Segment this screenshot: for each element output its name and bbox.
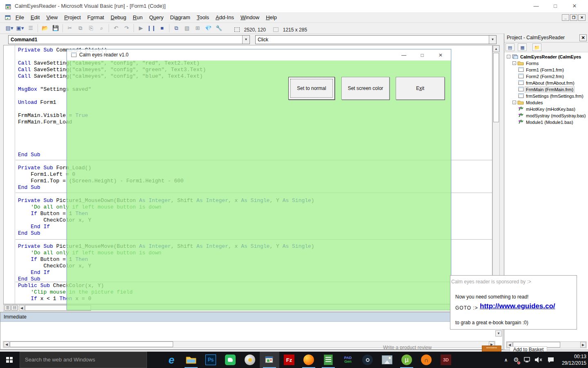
tree-item-form1[interactable]: Form1 (Form1.frm) [504,67,588,74]
menu-format[interactable]: Format [84,13,107,22]
set-to-normal-button[interactable]: Set to normal [288,77,335,100]
scrollbar-thumb[interactable] [493,53,499,122]
project-explorer-icon[interactable]: ⧉ [172,24,181,33]
tree-item-frmmain[interactable]: FrmMain (FrmMain.frm) [504,87,588,93]
menu-run[interactable]: Run [129,13,146,22]
tree-item-forms[interactable]: -Forms [504,61,588,67]
immediate-title[interactable]: Immediate [0,312,503,322]
maximize-button[interactable]: □ [546,0,565,12]
properties-window-icon[interactable]: ▧ [182,24,192,33]
taskbar-threed-icon[interactable]: 3D [436,352,456,368]
form-close-button[interactable]: ✕ [434,51,447,59]
mdi-minimize-button[interactable]: _ [562,14,569,21]
minimize-button[interactable]: — [527,0,546,12]
scroll-left-icon[interactable]: ◀ [19,305,24,311]
object-combobox[interactable]: Command1 ▼ [8,35,250,44]
project-explorer-title[interactable]: Project - CalmEyesReader [504,34,588,43]
taskbar-steam-icon[interactable] [358,352,377,368]
close-button[interactable]: ✕ [565,0,584,12]
toggle-folders-icon[interactable]: 📁 [532,43,541,51]
scroll-up-icon[interactable]: ▲ [493,45,499,52]
tray-volume-muted-icon[interactable] [533,352,544,368]
code-vertical-scrollbar[interactable]: ▲ ▼ [492,45,500,304]
menu-project[interactable]: Project [61,13,84,22]
toolbox-icon[interactable]: 🔧 [214,24,224,33]
tree-item-modules[interactable]: -Modules [504,100,588,106]
scroll-down-icon[interactable]: ▼ [495,330,502,337]
set-screen-color-button[interactable]: Set screen color [341,77,390,100]
tree-item-form2[interactable]: Form2 (Form2.frm) [504,74,588,80]
menu-editor-icon[interactable]: ☰ [26,24,36,33]
chevron-down-icon[interactable]: ▼ [489,36,496,44]
taskbar-imgburn-icon[interactable] [240,352,260,368]
mdi-close-button[interactable]: ✕ [578,14,586,21]
eguides-link[interactable]: http://www.eguides.co/ [480,302,555,310]
close-icon[interactable]: ✕ [579,34,587,41]
taskbar-edge-icon[interactable]: e [162,352,181,368]
taskbar-padgen-icon[interactable]: PADGen [338,352,358,368]
open-project-icon[interactable]: 📂 [40,24,50,33]
object-browser-icon[interactable]: 💎 [203,24,213,33]
search-input[interactable]: Search the web and Windows [20,352,147,368]
menu-edit[interactable]: Edit [27,13,43,22]
taskbar-clock[interactable]: 00:13 29/12/2015 [554,353,586,366]
cut-icon[interactable]: ✂ [65,24,75,33]
add-form-icon[interactable]: ▣▾ [15,24,25,33]
menu-view[interactable]: View [43,13,61,22]
redo-icon[interactable]: ↷ [122,24,131,33]
form-maximize-button[interactable]: □ [416,51,428,59]
save-project-icon[interactable]: 💾 [51,24,60,33]
tree-item-mhotkey[interactable]: mHotKey (mHotKey.bas) [504,106,588,113]
procedure-combobox[interactable]: Click ▼ [255,35,497,44]
form-layout-icon[interactable]: ⊞ [193,24,203,33]
taskbar-notepad-icon[interactable] [318,352,338,368]
collapse-icon[interactable]: - [512,61,516,65]
tree-item-calmeyesreader[interactable]: -CalmEyesReader (CalmEyes [504,54,588,61]
full-view-icon[interactable]: ☰ [4,305,11,311]
menu-query[interactable]: Query [146,13,167,22]
view-code-icon[interactable]: ▤ [506,43,514,51]
menu-window[interactable]: Window [237,13,263,22]
view-object-icon[interactable]: ▦ [518,43,527,51]
start-icon[interactable]: ▶ [136,24,146,33]
form-minimize-button[interactable]: — [398,51,410,59]
menu-file[interactable]: File [12,13,27,22]
taskbar-firefox-icon[interactable] [299,352,318,368]
paste-icon[interactable]: ⎘ [86,24,96,33]
break-icon[interactable]: ❙❙ [147,24,156,33]
procedure-view-icon[interactable]: ☷ [11,305,18,311]
add-project-icon[interactable]: ▤▾ [4,24,14,33]
menu-help[interactable]: Help [263,13,280,22]
undo-icon[interactable]: ↶ [111,24,121,33]
copy-icon[interactable]: ⧉ [76,24,85,33]
exit-button[interactable]: Exit [396,77,445,100]
taskbar-winamp-icon[interactable]: ∩ [416,352,436,368]
tree-item-module1[interactable]: Module1 (Module1.bas) [504,119,588,126]
menu-addins[interactable]: Add-Ins [212,13,237,22]
taskbar-explorer-icon[interactable] [181,352,201,368]
collapse-icon[interactable]: - [507,55,510,58]
ide-titlebar[interactable]: CalmEyesReader - Microsoft Visual Basic … [0,0,588,12]
tray-chevron-up-icon[interactable]: ∧ [501,352,510,368]
tray-updates-icon[interactable]: ⚙ [511,352,521,368]
start-button[interactable] [0,352,20,368]
tree-item-frmsettings[interactable]: frmSettings (frmSettings.frm) [504,93,588,100]
tree-item-modsystray[interactable]: modSystray (modSystray.bas) [504,113,588,119]
taskbar-filezilla-icon[interactable]: Fz [279,352,299,368]
chevron-down-icon[interactable]: ▼ [242,36,249,44]
menu-debug[interactable]: Debug [107,13,129,22]
form-titlebar[interactable]: Calm eyes reader v1.0 — □ ✕ [67,49,451,61]
taskbar-evernote-icon[interactable] [220,352,240,368]
collapse-icon[interactable]: - [512,101,516,104]
tray-network-icon[interactable] [522,352,532,368]
taskbar-vb-app-icon[interactable] [260,352,279,368]
taskbar-photos-icon[interactable] [377,352,397,368]
find-icon[interactable]: ⌕ [97,24,107,33]
menu-tools[interactable]: Tools [194,13,212,22]
mdi-restore-button[interactable]: ❐ [570,14,577,21]
taskbar-photoshop-icon[interactable]: Ps [201,352,220,368]
menu-diagram[interactable]: Diagram [167,13,194,22]
taskbar-utorrent-icon[interactable]: µ [397,352,416,368]
end-icon[interactable]: ■ [157,24,167,33]
tree-item-frmabout[interactable]: frmAbout (frmAbout.frm) [504,80,588,87]
